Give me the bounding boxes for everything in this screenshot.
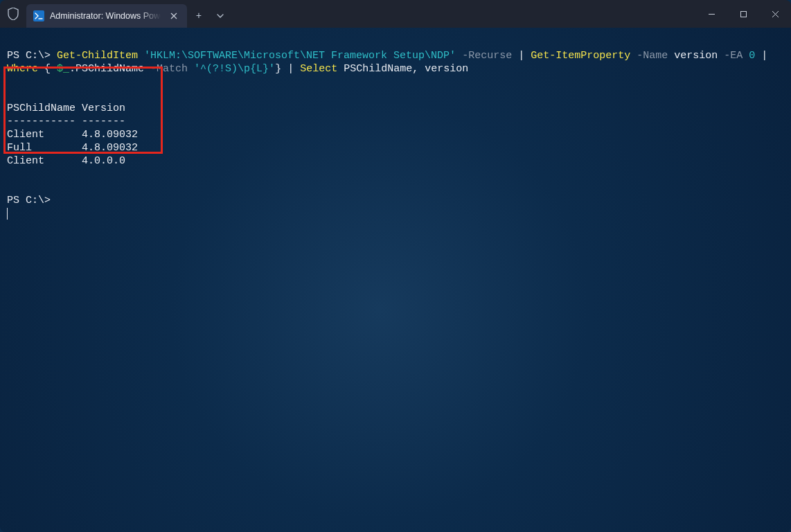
- uac-shield-icon: [0, 0, 26, 28]
- output-row-0: Client 4.8.09032: [7, 129, 138, 141]
- brace-close: }: [275, 63, 281, 75]
- pipe-2: |: [755, 50, 767, 62]
- output-row-2: Client 4.0.0.0: [7, 155, 125, 167]
- cmdlet-get-childitem: Get-ChildItem: [57, 50, 138, 62]
- arg-regex: '^(?!S)\p{L}': [188, 63, 275, 75]
- opt-ea: -EA: [718, 50, 743, 62]
- opt-name: -Name: [630, 50, 668, 62]
- cmdlet-where: Where: [7, 63, 44, 75]
- prompt-line-2: Where { $_.PSChildName -Match '^(?!S)\p{…: [7, 63, 468, 75]
- ps-prompt-2: PS C:\>: [7, 195, 51, 206]
- arg-version: version: [668, 50, 718, 62]
- opt-match: -Match: [150, 63, 188, 75]
- close-window-button[interactable]: [759, 0, 791, 28]
- pipe-3: |: [281, 63, 300, 75]
- maximize-button[interactable]: [727, 0, 759, 28]
- select-args: PSChildName, version: [337, 63, 468, 75]
- minimize-button[interactable]: [695, 0, 727, 28]
- output-header: PSChildName Version: [7, 103, 125, 114]
- arg-zero: 0: [743, 50, 755, 62]
- output-row-1: Full 4.8.09032: [7, 142, 138, 154]
- pipe-1: |: [512, 50, 531, 62]
- opt-recurse: -Recurse: [456, 50, 512, 62]
- tab-dropdown-button[interactable]: [211, 4, 230, 28]
- scriptblock-prop: .PSChildName: [69, 63, 150, 75]
- ps-prompt: PS C:\>: [7, 50, 57, 62]
- arg-registry-path: 'HKLM:\SOFTWARE\Microsoft\NET Framework …: [138, 50, 456, 62]
- cmdlet-get-itemproperty: Get-ItemProperty: [531, 50, 630, 62]
- svg-rect-0: [740, 11, 746, 17]
- text-cursor: [7, 208, 8, 220]
- new-tab-button[interactable]: +: [187, 4, 211, 28]
- tab-active[interactable]: Administrator: Windows PowerShell: [26, 4, 187, 28]
- terminal-body[interactable]: PS C:\> Get-ChildItem 'HKLM:\SOFTWARE\Mi…: [0, 28, 791, 532]
- output-divider: ----------- -------: [7, 116, 125, 127]
- titlebar-drag-area[interactable]: [230, 0, 695, 28]
- titlebar: Administrator: Windows PowerShell +: [0, 0, 791, 28]
- cmdlet-select: Select: [300, 63, 337, 75]
- dollar-underscore: $_: [57, 63, 69, 75]
- terminal-window: Administrator: Windows PowerShell + PS C…: [0, 0, 791, 532]
- tab-title: Administrator: Windows PowerShell: [50, 11, 163, 21]
- powershell-icon: [33, 10, 44, 21]
- brace-open: {: [44, 63, 57, 75]
- window-controls: [695, 0, 791, 28]
- tab-close-button[interactable]: [168, 10, 180, 22]
- prompt-line-1: PS C:\> Get-ChildItem 'HKLM:\SOFTWARE\Mi…: [7, 50, 767, 62]
